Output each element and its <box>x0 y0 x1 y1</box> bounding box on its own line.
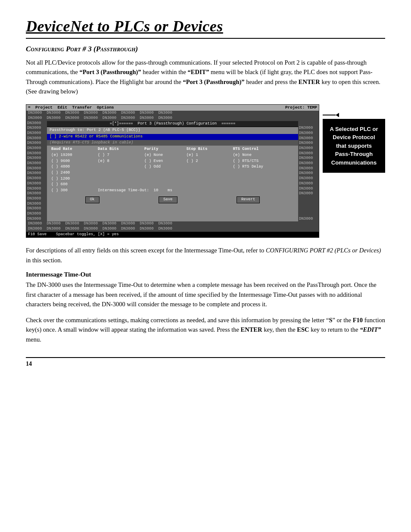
settings-header: Baud Rate Data Bits Parity Stop Bits RTS… <box>47 146 298 195</box>
intermessage-heading: Intermessage Time-Out <box>26 271 385 278</box>
intermessage-para: The DN-3000 uses the Intermessage Time-O… <box>26 280 385 309</box>
passthrough-label: Passthrough to: Port 2 (AB PLC-5 (BCC)) <box>47 127 298 134</box>
terminal-screen: = Project Edit Transfer Options Project:… <box>26 104 319 238</box>
dn-bottom-row2: DN3000 DN3000 DN3000 DN3000 DN3000 DN300… <box>26 227 319 232</box>
arrow-head <box>336 113 339 117</box>
intro-paragraph: Not all PLC/Device protocols allow for t… <box>26 58 385 96</box>
title-divider <box>26 38 385 39</box>
body-para2: For descriptions of all entry fields on … <box>26 246 385 265</box>
callout-area: A Selected PLC or Device Protocol that s… <box>323 113 385 173</box>
callout-box: A Selected PLC or Device Protocol that s… <box>323 119 385 173</box>
page-title: DeviceNet to PLCs or Devices <box>26 17 385 35</box>
save-button[interactable]: Save <box>159 196 177 203</box>
project-display: Project: TEMP <box>285 105 317 110</box>
dialog-title: =[*]====== Port 3 (Passthrough) Configur… <box>47 121 298 128</box>
terminal-menubar: = Project Edit Transfer Options Project:… <box>26 105 319 111</box>
dn-top-row1: DN3000 DN3000 DN3000 DN3000 DN3000 DN300… <box>26 111 319 116</box>
dialog-center: =[*]====== Port 3 (Passthrough) Configur… <box>47 121 298 222</box>
checkbox-row: [ ] 2-wire RS422 or RS485 Communications <box>47 134 298 140</box>
menu-items: = Project Edit Transfer Options <box>28 105 114 110</box>
final-para: Check over the communications settings, … <box>26 315 385 344</box>
terminal-wrapper: = Project Edit Transfer Options Project:… <box>26 104 319 238</box>
right-dn-col: DN3000 DN3000 DN3000 DN3000 DN3000 DN300… <box>298 121 319 222</box>
page-number: 14 <box>26 361 32 367</box>
screenshot-area: = Project Edit Transfer Options Project:… <box>26 104 385 238</box>
page-number-area: 14 <box>26 357 385 367</box>
arrow-line <box>323 115 336 115</box>
dialog-container-row: DN3000 DN3000 DN3000 DN3000 DN3000 DN300… <box>26 121 319 222</box>
dn-top-row2: DN3000 DN3000 DN3000 DN3000 DN3000 DN300… <box>26 116 319 121</box>
left-dn-col: DN3000 DN3000 DN3000 DN3000 DN3000 DN300… <box>26 121 47 222</box>
ok-button[interactable]: Ok <box>85 196 100 203</box>
dn-bottom-row1: DN3000 DN3000 DN3000 DN3000 DN3000 DN300… <box>26 221 319 227</box>
arrow-row <box>323 113 339 117</box>
requires-note: (Requires RTS-CTS loopback in cable) <box>47 140 298 146</box>
revert-button[interactable]: Revert <box>237 196 260 203</box>
terminal-statusbar: F10 Save Spacebar toggles, [X] = yes <box>26 232 319 238</box>
dialog-buttons: Ok Save Revert <box>47 195 298 205</box>
section-heading: Configuring Port # 3 (Passthrough) <box>26 45 385 53</box>
